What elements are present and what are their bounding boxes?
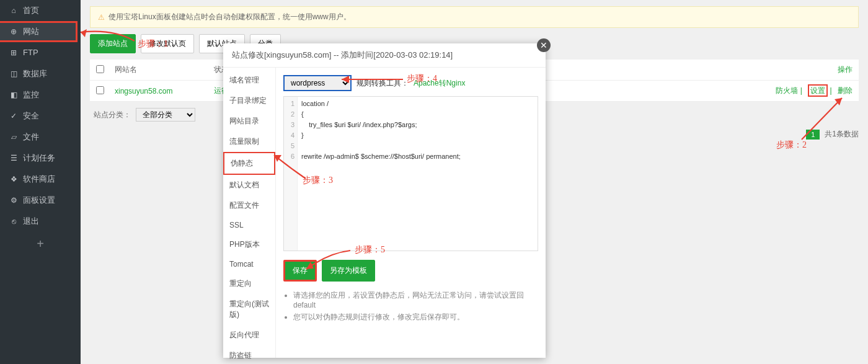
nav-redirect[interactable]: 重定向 — [223, 273, 275, 294]
close-icon[interactable]: ✕ — [537, 38, 551, 52]
save-button[interactable]: 保存 — [283, 260, 317, 282]
apache-to-nginx-link[interactable]: Apache转Nginx — [414, 78, 465, 89]
nav-domain[interactable]: 域名管理 — [223, 70, 275, 91]
hints: 请选择您的应用，若设置伪静态后，网站无法正常访问，请尝试设置回default 您… — [283, 290, 538, 322]
rewrite-template-select[interactable]: wordpress — [283, 75, 352, 91]
nav-webroot[interactable]: 网站目录 — [223, 111, 275, 131]
modal-nav: 域名管理 子目录绑定 网站目录 流量限制 伪静态 默认文档 配置文件 SSL P… — [223, 68, 276, 358]
hint-2: 您可以对伪静态规则进行修改，修改完后保存即可。 — [293, 312, 538, 322]
nav-default-doc[interactable]: 默认文档 — [223, 175, 275, 195]
modal-mask: ✕ 站点修改[xingsuyun58.com] -- 添加时间[2020-03-… — [0, 0, 868, 364]
code-line-numbers: 123456 — [284, 97, 298, 251]
nav-php[interactable]: PHP版本 — [223, 234, 275, 255]
nav-ssl[interactable]: SSL — [223, 216, 275, 234]
code-text[interactable]: location / { try_files $uri $uri/ /index… — [298, 97, 538, 251]
modal-title: 站点修改[xingsuyun58.com] -- 添加时间[2020-03-03… — [223, 43, 546, 68]
nav-traffic[interactable]: 流量限制 — [223, 131, 275, 152]
hint-1: 请选择您的应用，若设置伪静态后，网站无法正常访问，请尝试设置回default — [293, 290, 538, 309]
nav-config[interactable]: 配置文件 — [223, 195, 275, 216]
site-modify-modal: ✕ 站点修改[xingsuyun58.com] -- 添加时间[2020-03-… — [223, 43, 546, 358]
nav-tomcat[interactable]: Tomcat — [223, 255, 275, 273]
nav-subdir[interactable]: 子目录绑定 — [223, 91, 275, 111]
save-as-template-button[interactable]: 另存为模板 — [322, 260, 375, 282]
nav-redirect-beta[interactable]: 重定向(测试版) — [223, 294, 275, 325]
nav-proxy[interactable]: 反向代理 — [223, 325, 275, 345]
modal-content: wordpress 规则转换工具： Apache转Nginx 123456 lo… — [276, 68, 546, 358]
rule-convert-label: 规则转换工具： — [356, 78, 409, 89]
nav-rewrite[interactable]: 伪静态 — [223, 152, 275, 175]
nav-hotlink[interactable]: 防盗链 — [223, 345, 275, 364]
rewrite-code-editor[interactable]: 123456 location / { try_files $uri $uri/… — [283, 96, 538, 251]
